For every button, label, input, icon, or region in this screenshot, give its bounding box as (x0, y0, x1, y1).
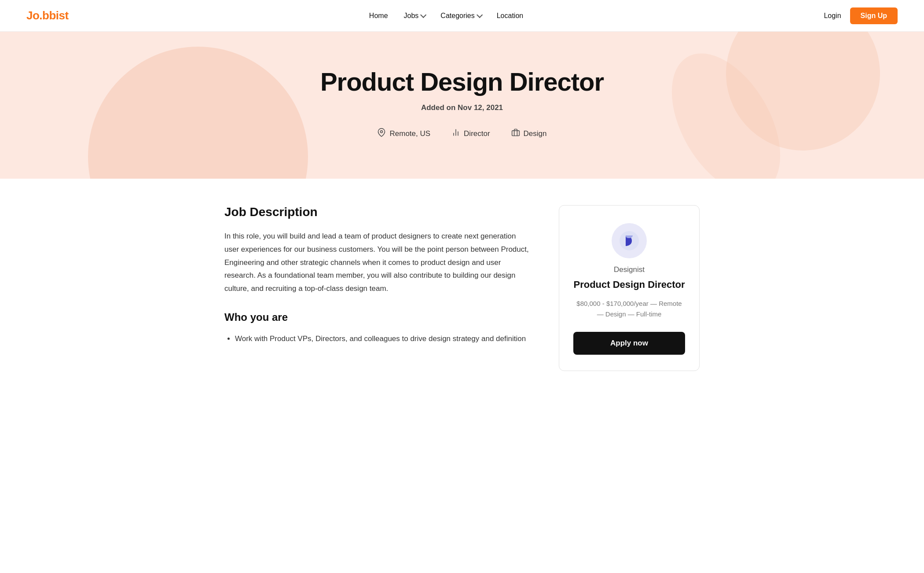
nav-link-home[interactable]: Home (369, 12, 388, 19)
nav-link-jobs[interactable]: Jobs (404, 12, 425, 20)
nav-item-location[interactable]: Location (497, 12, 524, 20)
signup-button[interactable]: Sign Up (850, 7, 898, 24)
chevron-down-icon (420, 11, 426, 18)
description-title: Job Description (224, 205, 532, 219)
job-title-heading: Product Design Director (0, 67, 924, 96)
nav-item-categories[interactable]: Categories (440, 12, 480, 20)
nav-links: Home Jobs Categories Location (369, 12, 523, 20)
svg-rect-4 (512, 131, 519, 136)
category-text: Design (524, 129, 547, 138)
location-icon (377, 128, 386, 139)
navbar: Jo.bbist Home Jobs Categories Location L… (0, 0, 924, 32)
card-meta: $80,000 - $170,000/year — Remote — Desig… (573, 298, 685, 320)
level-tag: Director (451, 128, 490, 139)
logo-text1: Jo (26, 9, 39, 22)
description-body: In this role, you will build and lead a … (224, 230, 532, 295)
who-you-are-title: Who you are (224, 311, 532, 323)
location-tag: Remote, US (377, 128, 430, 139)
company-logo-svg (620, 231, 639, 250)
who-you-are-list: Work with Product VPs, Directors, and co… (224, 332, 532, 345)
category-icon (511, 128, 520, 139)
svg-point-0 (381, 131, 383, 133)
apply-now-button[interactable]: Apply now (573, 332, 685, 355)
job-date: Added on Nov 12, 2021 (0, 103, 924, 112)
chevron-down-icon (477, 11, 483, 18)
hero-tags: Remote, US Director (0, 128, 924, 139)
job-sidebar-card: Designist Product Design Director $80,00… (559, 205, 700, 371)
nav-actions: Login Sign Up (824, 7, 898, 24)
level-text: Director (464, 129, 490, 138)
nav-link-location[interactable]: Location (497, 12, 524, 19)
company-name: Designist (573, 265, 685, 274)
logo-text2: bbist (42, 9, 69, 22)
level-icon (451, 128, 460, 139)
card-job-title: Product Design Director (573, 279, 685, 291)
main-content: Job Description In this role, you will b… (198, 179, 726, 397)
nav-item-home[interactable]: Home (369, 12, 388, 20)
hero-banner: Product Design Director Added on Nov 12,… (0, 32, 924, 179)
login-button[interactable]: Login (824, 12, 841, 20)
location-text: Remote, US (389, 129, 430, 138)
nav-item-jobs[interactable]: Jobs (404, 12, 425, 20)
site-logo[interactable]: Jo.bbist (26, 9, 69, 22)
list-item: Work with Product VPs, Directors, and co… (235, 332, 532, 345)
nav-link-categories[interactable]: Categories (440, 12, 480, 20)
category-tag: Design (511, 128, 547, 139)
company-logo-wrap (612, 223, 647, 258)
hero-content: Product Design Director Added on Nov 12,… (0, 67, 924, 139)
job-description-section: Job Description In this role, you will b… (224, 205, 532, 349)
